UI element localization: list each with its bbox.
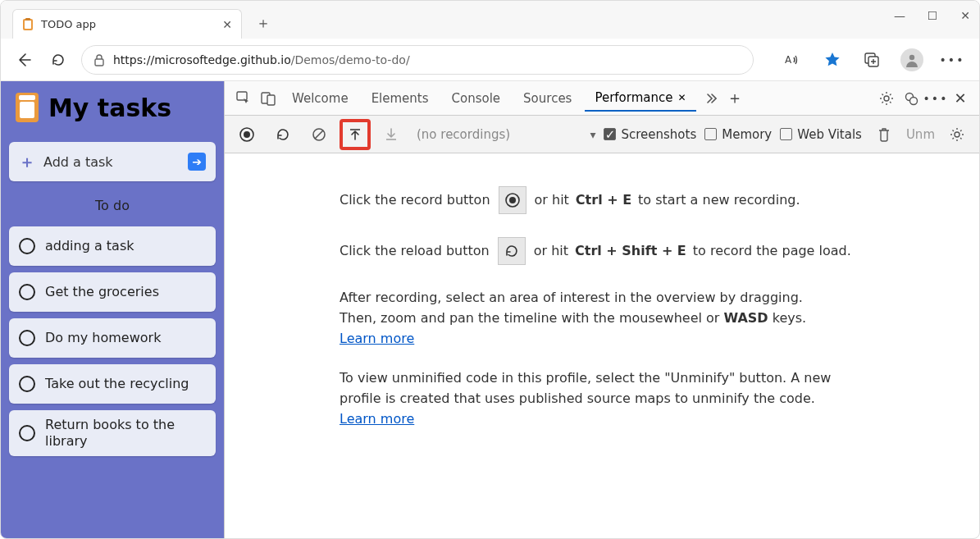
tab-title: TODO app <box>41 18 215 30</box>
reload-instruction: Click the reload button or hit Ctrl + Sh… <box>340 237 938 265</box>
tab-welcome[interactable]: Welcome <box>282 86 358 111</box>
web-vitals-checkbox[interactable]: Web Vitals <box>780 127 862 142</box>
checkbox-icon[interactable] <box>19 238 35 254</box>
record-icon <box>499 186 526 214</box>
screenshots-checkbox[interactable]: ✓Screenshots <box>604 127 696 142</box>
new-tab-button[interactable]: ＋ <box>252 11 275 34</box>
app-header: My tasks <box>9 93 216 130</box>
read-aloud-icon[interactable]: A <box>782 49 804 71</box>
load-profile-button[interactable] <box>341 121 369 148</box>
svg-line-17 <box>315 130 323 139</box>
lock-icon <box>93 53 105 66</box>
svg-point-7 <box>909 54 914 59</box>
learn-more-link[interactable]: Learn more <box>340 411 414 427</box>
devtools-tab-strip: Welcome Elements Console Sources Perform… <box>225 81 979 116</box>
clear-button[interactable] <box>305 121 333 148</box>
close-window-button[interactable]: ✕ <box>959 9 971 22</box>
browser-tab[interactable]: TODO app ✕ <box>12 9 242 39</box>
task-list: adding a task Get the groceries Do my ho… <box>9 226 216 456</box>
reload-icon <box>498 237 526 265</box>
overview-instruction: After recording, select an area of inter… <box>340 288 840 349</box>
minimize-button[interactable]: — <box>894 9 905 22</box>
back-button[interactable] <box>12 48 35 71</box>
dropdown-caret-icon[interactable]: ▾ <box>590 128 595 141</box>
checkbox-icon[interactable] <box>19 330 35 346</box>
record-button[interactable] <box>233 121 261 148</box>
device-toolbar-icon[interactable] <box>258 88 279 109</box>
devtools-body: Click the record button or hit Ctrl + E … <box>225 153 979 538</box>
memory-checkbox[interactable]: Memory <box>704 127 772 142</box>
close-tab-icon[interactable]: ✕ <box>678 92 686 103</box>
favorite-star-icon[interactable] <box>822 49 843 71</box>
app-sidebar: My tasks ＋ Add a task ➔ To do adding a t… <box>1 81 224 538</box>
task-item[interactable]: adding a task <box>9 226 216 266</box>
refresh-button[interactable] <box>47 48 70 71</box>
svg-rect-2 <box>25 18 30 21</box>
profile-avatar[interactable] <box>900 48 923 71</box>
delete-profile-button[interactable] <box>870 121 898 148</box>
inspect-element-icon[interactable] <box>233 88 254 109</box>
address-bar: https://microsoftedge.github.io/Demos/de… <box>1 39 979 81</box>
checkbox-icon[interactable] <box>19 376 35 392</box>
url-text: https://microsoftedge.github.io/Demos/de… <box>113 53 410 66</box>
collections-icon[interactable] <box>861 49 882 71</box>
browser-tab-bar: TODO app ✕ ＋ — ☐ ✕ <box>1 1 979 39</box>
unminify-instruction: To view unminified code in this profile,… <box>340 368 840 429</box>
task-item[interactable]: Take out the recycling <box>9 364 216 404</box>
task-item[interactable]: Do my homework <box>9 318 216 358</box>
clipboard-icon <box>16 93 39 122</box>
url-input[interactable]: https://microsoftedge.github.io/Demos/de… <box>81 45 754 75</box>
tab-close-icon[interactable]: ✕ <box>221 18 233 31</box>
svg-point-13 <box>910 97 918 104</box>
task-item[interactable]: Get the groceries <box>9 272 216 312</box>
window-controls: — ☐ ✕ <box>894 9 971 22</box>
recordings-placeholder: (no recordings) <box>417 127 510 142</box>
unminify-label: Unm <box>906 127 935 142</box>
performance-toolbar: (no recordings) ▾ ✓Screenshots Memory We… <box>225 116 979 153</box>
maximize-button[interactable]: ☐ <box>927 9 938 22</box>
add-task-input[interactable]: ＋ Add a task ➔ <box>9 142 216 181</box>
tab-elements[interactable]: Elements <box>362 86 439 111</box>
svg-rect-3 <box>95 59 103 66</box>
tab-console[interactable]: Console <box>442 86 511 111</box>
learn-more-link[interactable]: Learn more <box>340 331 414 346</box>
app-title: My tasks <box>48 94 171 122</box>
svg-rect-8 <box>237 92 247 100</box>
plus-icon: ＋ <box>19 151 35 173</box>
perf-settings-gear-icon[interactable] <box>943 121 971 148</box>
svg-point-20 <box>955 132 959 137</box>
settings-gear-icon[interactable] <box>876 88 897 109</box>
svg-rect-1 <box>25 21 31 29</box>
tab-performance[interactable]: Performance ✕ <box>585 85 695 112</box>
record-instruction: Click the record button or hit Ctrl + E … <box>340 186 938 214</box>
svg-point-11 <box>884 96 889 101</box>
reload-record-button[interactable] <box>269 121 297 148</box>
feedback-icon[interactable] <box>900 88 922 109</box>
checkbox-icon[interactable] <box>19 425 35 441</box>
kebab-menu-icon[interactable]: ••• <box>925 88 946 109</box>
clipboard-favicon <box>21 18 34 31</box>
checkbox-icon[interactable] <box>19 284 35 300</box>
svg-rect-10 <box>267 95 275 105</box>
close-devtools-icon[interactable]: ✕ <box>950 88 971 109</box>
save-profile-button[interactable] <box>377 121 405 148</box>
submit-arrow-icon[interactable]: ➔ <box>188 153 206 171</box>
section-title: To do <box>9 193 216 215</box>
svg-point-15 <box>244 131 250 138</box>
task-item[interactable]: Return books to the library <box>9 410 216 456</box>
tab-sources[interactable]: Sources <box>513 86 581 111</box>
add-tab-icon[interactable]: ＋ <box>724 88 745 109</box>
svg-text:A: A <box>785 54 792 66</box>
devtools-panel: Welcome Elements Console Sources Perform… <box>224 81 979 538</box>
svg-point-22 <box>509 197 516 203</box>
add-task-label: Add a task <box>43 154 113 170</box>
more-menu-icon[interactable]: ••• <box>941 49 963 71</box>
more-tabs-icon[interactable] <box>700 88 721 109</box>
